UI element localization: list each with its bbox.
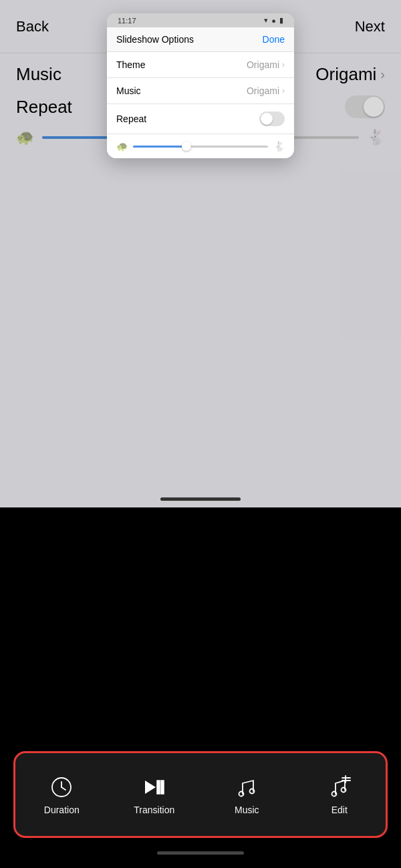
tab-transition[interactable]: Transition — [108, 774, 201, 815]
battery-icon: ▮ — [279, 16, 283, 25]
wifi-icon: ▾ — [264, 16, 268, 25]
modal-repeat-row[interactable]: Repeat — [107, 104, 294, 134]
svg-line-2 — [61, 787, 65, 790]
bottom-home-indicator — [157, 851, 244, 855]
modal-slider-row: 🐢 🐇 — [107, 134, 294, 158]
modal-music-row[interactable]: Music Origami › — [107, 78, 294, 104]
modal-repeat-label: Repeat — [116, 114, 146, 124]
modal-overlay: 11:17 ▾ ● ▮ Slideshow Options Done Theme… — [0, 0, 401, 507]
edit-icon — [326, 774, 353, 801]
status-time: 11:17 — [118, 17, 136, 25]
modal-theme-value: Origami › — [247, 59, 285, 70]
modal-title-bar: Slideshow Options Done — [107, 27, 294, 52]
tab-duration[interactable]: Duration — [15, 774, 108, 815]
music-edit-svg — [327, 775, 352, 799]
slideshow-options-modal: 11:17 ▾ ● ▮ Slideshow Options Done Theme… — [107, 13, 294, 158]
home-indicator — [160, 497, 241, 501]
duration-label: Duration — [44, 805, 80, 815]
music-label: Music — [235, 805, 259, 815]
phone-ui: Back SlideShow Next Music Origami › Repe… — [0, 0, 401, 507]
modal-slow-icon: 🐢 — [116, 141, 128, 152]
transition-label: Transition — [134, 805, 174, 815]
tab-music[interactable]: Music — [200, 774, 293, 815]
duration-icon — [48, 774, 75, 801]
modal-slider-thumb[interactable] — [182, 142, 191, 151]
edit-label: Edit — [331, 805, 348, 815]
svg-marker-3 — [145, 781, 156, 794]
signal-icon: ● — [271, 17, 276, 25]
modal-slider-fill — [133, 146, 184, 148]
modal-status-bar: 11:17 ▾ ● ▮ — [107, 13, 294, 27]
music-chevron-icon: › — [282, 86, 285, 95]
modal-music-value: Origami › — [247, 85, 285, 96]
bottom-tab-bar: Duration Transition Music — [13, 751, 388, 838]
modal-fast-icon: 🐇 — [273, 141, 285, 152]
status-icons: ▾ ● ▮ — [264, 16, 283, 25]
modal-speed-slider[interactable] — [133, 146, 268, 148]
modal-title: Slideshow Options — [116, 34, 194, 45]
music-svg — [235, 775, 259, 799]
modal-done-button[interactable]: Done — [263, 34, 285, 45]
music-icon — [233, 774, 260, 801]
modal-theme-label: Theme — [116, 59, 146, 70]
svg-rect-5 — [161, 781, 164, 794]
svg-rect-4 — [157, 781, 160, 794]
skip-svg — [142, 775, 166, 799]
clock-svg — [49, 775, 74, 799]
modal-theme-row[interactable]: Theme Origami › — [107, 52, 294, 78]
modal-repeat-toggle[interactable] — [259, 112, 285, 126]
modal-music-label: Music — [116, 85, 141, 96]
transition-icon — [141, 774, 168, 801]
black-section: Duration Transition Music — [0, 507, 401, 868]
theme-chevron-icon: › — [282, 60, 285, 69]
tab-edit[interactable]: Edit — [293, 774, 386, 815]
